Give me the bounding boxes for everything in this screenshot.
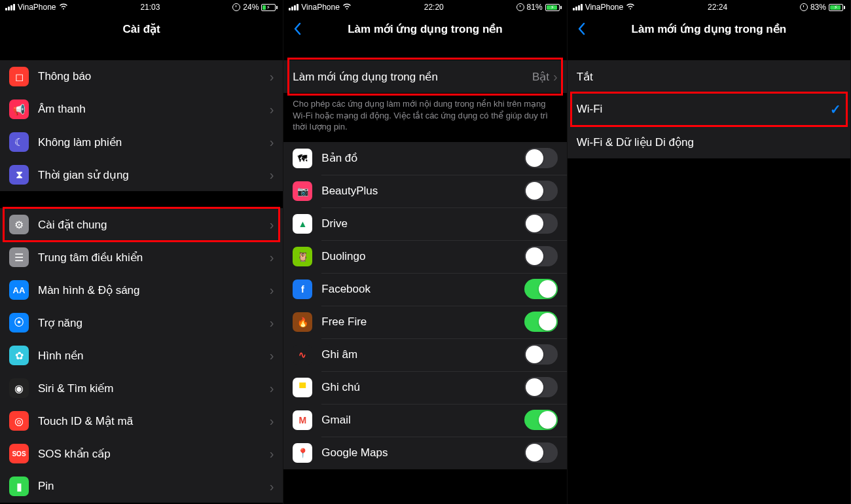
app-label: Gmail (321, 414, 524, 427)
settings-row[interactable]: ⧗Thời gian sử dụng› (0, 158, 283, 191)
siri-icon: ◉ (9, 378, 29, 398)
settings-row[interactable]: AAMàn hình & Độ sáng› (0, 274, 283, 306)
app-icon: f (293, 279, 312, 299)
back-button[interactable] (571, 19, 591, 39)
refresh-mode-option[interactable]: Wi-Fi✓ (568, 93, 850, 126)
row-label: Màn hình & Độ sáng (38, 283, 270, 297)
header: Cài đặt (0, 14, 283, 43)
gear-icon: ⚙ (9, 215, 29, 234)
settings-row[interactable]: ☾Không làm phiền› (0, 126, 283, 158)
settings-row[interactable]: ✿Hình nền› (0, 339, 283, 372)
check-icon: ✓ (830, 101, 841, 117)
wifi-icon (342, 3, 352, 12)
row-label: SOS khẩn cấp (38, 447, 270, 461)
option-label: Wi-Fi (577, 103, 830, 116)
app-refresh-toggle[interactable] (524, 312, 558, 332)
back-button[interactable] (287, 19, 307, 39)
settings-row[interactable]: ◎Touch ID & Mật mã› (0, 405, 283, 437)
wifi-icon (626, 3, 635, 12)
app-refresh-toggle[interactable] (524, 148, 558, 168)
settings-row[interactable]: ◉Siri & Tìm kiếm› (0, 372, 283, 405)
master-label: Làm mới ứng dụng trong nền (293, 70, 532, 84)
app-refresh-row: 🗺Bản đồ (283, 142, 566, 175)
chevron-right-icon: › (270, 479, 274, 494)
row-label: Trung tâm điều khiển (38, 251, 270, 264)
settings-row[interactable]: ⚙Cài đặt chung› (0, 208, 283, 241)
app-refresh-row: 📍Google Maps (283, 437, 566, 469)
app-refresh-toggle[interactable] (524, 181, 558, 201)
status-time: 22:20 (424, 3, 444, 12)
settings-row[interactable]: SOSSOS khẩn cấp› (0, 437, 283, 470)
app-label: Free Fire (321, 315, 524, 329)
app-refresh-row: ∿Ghi âm (283, 338, 566, 371)
app-icon: ▲ (293, 214, 312, 234)
wifi-icon (59, 3, 68, 12)
settings-row[interactable]: 📢Âm thanh› (0, 93, 283, 126)
chevron-right-icon: › (553, 69, 558, 84)
settings-list[interactable]: ◻Thông báo›📢Âm thanh›☾Không làm phiền›⧗T… (0, 43, 283, 504)
app-refresh-toggle[interactable] (524, 442, 558, 463)
app-label: BeautyPlus (321, 185, 524, 198)
master-refresh-row[interactable]: Làm mới ứng dụng trong nền Bật › (283, 60, 566, 93)
battery-icon: ⚡︎ (829, 4, 845, 11)
battery-icon: ⚡︎ (545, 4, 562, 11)
option-label: Wi-Fi & Dữ liệu Di động (577, 135, 841, 149)
page-title: Cài đặt (123, 22, 160, 36)
app-refresh-toggle[interactable] (524, 246, 558, 266)
app-icon: M (293, 410, 312, 430)
settings-row[interactable]: ▮Pin› (0, 470, 283, 503)
row-label: Cài đặt chung (38, 218, 270, 232)
app-label: Duolingo (321, 250, 524, 263)
chevron-right-icon: › (270, 315, 274, 331)
header: Làm mới ứng dụng trong nền (283, 14, 566, 43)
settings-row[interactable]: ◻Thông báo› (0, 60, 283, 93)
row-label: Pin (38, 480, 270, 493)
app-refresh-toggle[interactable] (524, 213, 558, 234)
moon-icon: ☾ (9, 132, 29, 152)
app-refresh-row: 📷BeautyPlus (283, 175, 566, 207)
chevron-right-icon: › (270, 102, 274, 117)
chevron-right-icon: › (270, 217, 274, 232)
battery-pct: 24% (243, 3, 259, 12)
signal-icon (289, 4, 299, 10)
settings-row[interactable]: ☰Trung tâm điều khiển› (0, 241, 283, 274)
status-bar: VinaPhone 22:24 83% ⚡︎ (568, 0, 850, 14)
sos-icon: SOS (9, 444, 29, 463)
app-refresh-toggle[interactable] (524, 279, 558, 299)
app-refresh-toggle[interactable] (524, 344, 558, 365)
alarm-icon (800, 3, 808, 11)
app-icon: 📍 (293, 443, 312, 463)
app-icon: 📷 (293, 181, 312, 201)
chevron-right-icon: › (270, 135, 274, 150)
sound-icon: 📢 (9, 99, 29, 119)
app-refresh-row: fFacebook (283, 273, 566, 306)
row-label: Không làm phiền (38, 135, 270, 149)
alarm-icon (232, 3, 240, 11)
row-label: Thông báo (38, 70, 270, 83)
alarm-icon (516, 3, 524, 11)
app-icon: ▀ (293, 378, 312, 397)
refresh-mode-option[interactable]: Wi-Fi & Dữ liệu Di động (568, 126, 850, 158)
display-icon: AA (9, 280, 29, 300)
app-label: Facebook (321, 283, 524, 296)
settings-row[interactable]: ⦿Trợ năng› (0, 306, 283, 339)
app-refresh-row: 🔥Free Fire (283, 306, 566, 338)
app-label: Bản đồ (321, 151, 524, 165)
chevron-right-icon: › (270, 69, 274, 84)
app-label: Google Maps (321, 446, 524, 459)
app-refresh-toggle[interactable] (524, 410, 558, 430)
screen-refresh-mode: VinaPhone 22:24 83% ⚡︎ Làm mới ứng dụng … (568, 0, 851, 504)
refresh-mode-option[interactable]: Tắt (568, 60, 850, 93)
master-value: Bật (532, 70, 549, 84)
app-refresh-toggle[interactable] (524, 377, 558, 397)
row-label: Thời gian sử dụng (38, 168, 270, 182)
signal-icon (5, 4, 15, 10)
touchid-icon: ◎ (9, 411, 29, 431)
chevron-right-icon: › (270, 414, 274, 429)
app-refresh-list[interactable]: Làm mới ứng dụng trong nền Bật › Cho phé… (283, 43, 566, 504)
footer-explainer: Cho phép các ứng dụng làm mới nội dung t… (283, 93, 566, 142)
app-refresh-row: ▲Drive (283, 207, 566, 240)
battery-icon: ⚡︎ (261, 4, 278, 11)
carrier-label: VinaPhone (301, 3, 340, 12)
wallpaper-icon: ✿ (9, 346, 29, 365)
